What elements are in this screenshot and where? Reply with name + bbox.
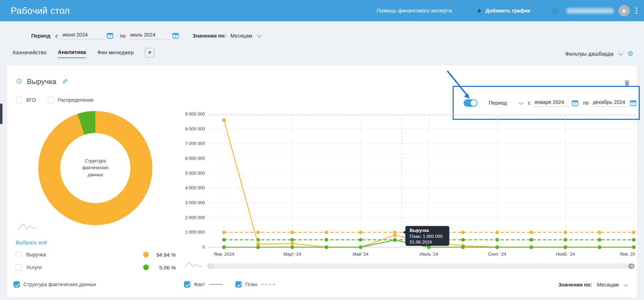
- chart-point[interactable]: [359, 230, 362, 234]
- structure-checkbox-row: Структура фактических данных: [13, 281, 96, 288]
- fact-checkbox[interactable]: [184, 281, 190, 288]
- chart-point[interactable]: [359, 238, 362, 241]
- distribution-checkbox[interactable]: [48, 97, 54, 103]
- chart-point[interactable]: [495, 230, 499, 234]
- vgo-checkbox[interactable]: [16, 97, 23, 103]
- chart-point[interactable]: [325, 245, 328, 249]
- select-all-link[interactable]: Выбрать всё: [16, 239, 47, 245]
- chart-point[interactable]: [427, 245, 431, 249]
- slider-right-handle[interactable]: [628, 263, 634, 269]
- legend-percent: 94.94 %: [154, 252, 176, 258]
- gear-icon[interactable]: ⚙: [627, 50, 633, 58]
- chart-point[interactable]: [530, 230, 533, 234]
- chart-point[interactable]: [530, 238, 533, 241]
- tab-kaznacheystvo[interactable]: Казначейство: [13, 49, 46, 58]
- tab-analitika[interactable]: Аналитика: [58, 49, 86, 58]
- svg-text:01.06.2024: 01.06.2024: [410, 240, 432, 245]
- svg-text:7 000 000: 7 000 000: [185, 141, 205, 146]
- legend-item-revenue: Выручка 94.94 %: [16, 251, 176, 258]
- chart-point[interactable]: [530, 245, 533, 249]
- slider-left-handle[interactable]: [207, 263, 213, 269]
- add-chart-button[interactable]: + Добавить график: [477, 7, 530, 14]
- chart-point[interactable]: [222, 238, 226, 241]
- services-checkbox[interactable]: [16, 264, 22, 271]
- chart-point[interactable]: [564, 245, 567, 249]
- sparkline-icon[interactable]: [184, 260, 203, 269]
- chart-point[interactable]: [325, 230, 328, 234]
- edit-pencil-icon[interactable]: ✎: [62, 77, 68, 86]
- chart-point[interactable]: [632, 238, 635, 241]
- kebab-menu-icon[interactable]: [635, 6, 638, 15]
- chart-point[interactable]: [632, 245, 635, 249]
- chevron-down-icon[interactable]: [257, 33, 262, 38]
- values-by-select[interactable]: Месяцам: [230, 33, 252, 39]
- trash-icon[interactable]: [624, 80, 630, 86]
- page-title: Рабочий стол: [11, 5, 70, 16]
- add-tab-button[interactable]: +: [145, 48, 155, 57]
- svg-text:Сент. ‘24: Сент. ‘24: [488, 252, 506, 257]
- period-from-input[interactable]: июня 2024: [61, 32, 105, 39]
- chart-point[interactable]: [598, 245, 601, 249]
- dashed-line-sample: [262, 284, 275, 285]
- bell-icon[interactable]: [551, 6, 559, 15]
- avatar[interactable]: B: [618, 5, 630, 16]
- svg-text:Май ‘24: Май ‘24: [353, 252, 369, 257]
- donut-chart[interactable]: Структура фактических данных: [38, 111, 152, 225]
- dashboard-filters-dropdown[interactable]: Фильтры дашборда ⚙: [565, 50, 633, 58]
- chart-point[interactable]: [222, 245, 226, 249]
- chart-point[interactable]: [290, 230, 294, 234]
- vgo-label: ВГО: [26, 97, 36, 103]
- plan-label: План: [245, 282, 257, 287]
- svg-text:Нояб. ‘24: Нояб. ‘24: [556, 252, 575, 257]
- chart-point[interactable]: [393, 238, 396, 242]
- period-to-input[interactable]: июль 2024: [129, 32, 170, 39]
- chart-point[interactable]: [461, 245, 465, 249]
- chart-point[interactable]: [359, 245, 362, 249]
- svg-text:Июль ‘24: Июль ‘24: [420, 252, 438, 257]
- calendar-icon[interactable]: [107, 32, 113, 39]
- values-by-select[interactable]: Месяцам: [597, 282, 619, 288]
- structure-checkbox[interactable]: [13, 281, 20, 288]
- chart-point[interactable]: [290, 238, 294, 241]
- chart-point[interactable]: [290, 241, 294, 245]
- chevron-down-icon[interactable]: [624, 282, 628, 287]
- calendar-icon[interactable]: [172, 32, 179, 39]
- chart-point[interactable]: [598, 238, 601, 241]
- sparkline-icon[interactable]: [17, 222, 38, 231]
- svg-text:Март ‘24: Март ‘24: [284, 252, 301, 257]
- chart-point[interactable]: [564, 238, 567, 241]
- expert-help-link[interactable]: Помощь финансового эксперта: [377, 8, 452, 13]
- chart-point[interactable]: [598, 230, 601, 234]
- chart-range-slider[interactable]: [207, 263, 634, 269]
- svg-text:9 000 000: 9 000 000: [185, 112, 205, 117]
- svg-text:1 000 000: 1 000 000: [185, 230, 205, 235]
- tab-fin-manager[interactable]: Фин менеджер: [97, 49, 134, 58]
- chart-point[interactable]: [222, 230, 226, 234]
- chart-point[interactable]: [495, 245, 499, 249]
- user-name-blurred: [567, 8, 614, 13]
- revenue-checkbox[interactable]: [16, 251, 22, 258]
- chart-point[interactable]: [495, 238, 499, 241]
- distribution-label: Распределение: [58, 97, 94, 103]
- chart-point[interactable]: [564, 230, 567, 234]
- chart-point[interactable]: [222, 118, 226, 122]
- chart-point[interactable]: [461, 230, 465, 234]
- donut-center-label: Структура фактических данных: [60, 133, 130, 203]
- svg-text:Янв. 2024: Янв. 2024: [214, 252, 234, 257]
- chart-point[interactable]: [632, 230, 635, 234]
- chart-point[interactable]: [256, 245, 260, 249]
- chart-point[interactable]: [325, 238, 328, 241]
- plan-checkbox[interactable]: [235, 281, 242, 288]
- chart-point[interactable]: [290, 245, 294, 249]
- collapsed-sidebar-handle[interactable]: [0, 104, 2, 124]
- values-by-label: Значения по:: [192, 33, 226, 39]
- structure-checkbox-label: Структура фактических данных: [23, 282, 96, 287]
- chart-point[interactable]: [393, 233, 396, 237]
- legend-color-dot: [143, 265, 149, 270]
- values-by-label: Значения по:: [559, 282, 592, 288]
- chart-point[interactable]: [461, 238, 465, 241]
- widget-settings-gear-icon[interactable]: ⚙: [16, 77, 23, 86]
- chevron-down-icon: [618, 51, 623, 55]
- svg-text:8 000 000: 8 000 000: [185, 127, 205, 132]
- chart-point[interactable]: [256, 230, 260, 234]
